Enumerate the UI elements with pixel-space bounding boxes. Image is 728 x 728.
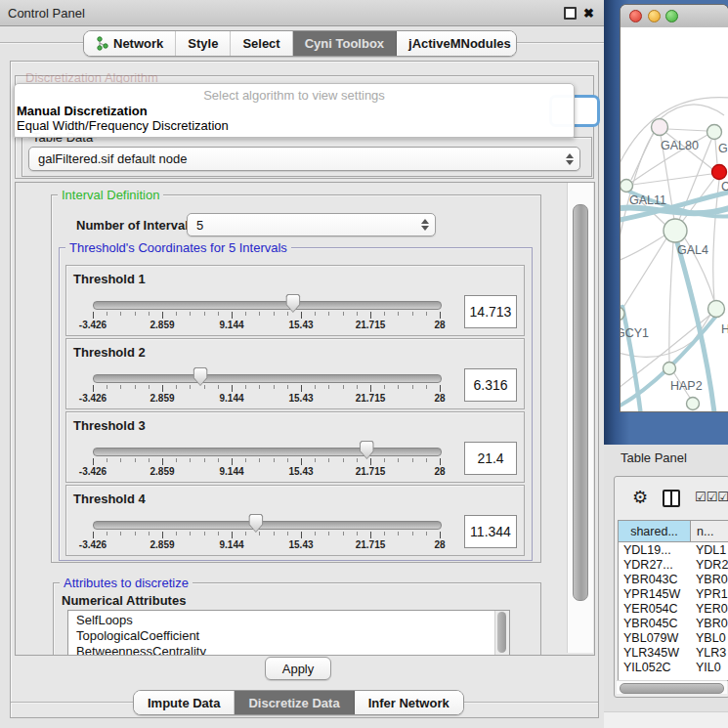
network-edge[interactable] [622, 238, 666, 309]
number-of-intervals-combobox[interactable]: 5 [187, 213, 436, 236]
network-edge[interactable] [667, 129, 707, 131]
list-item[interactable]: BetweennessCentrality [68, 644, 494, 656]
control-panel-window: Control Panel ✖ Network Style Select Cyn… [0, 0, 604, 728]
threshold-1-slider[interactable]: -3.4262.8599.14415.4321.71528 [93, 266, 440, 335]
threshold-2-panel: Threshold 2 -3.4262.8599.14415.4321.7152… [65, 338, 525, 409]
network-edge[interactable] [621, 236, 664, 262]
threshold-4-panel: Threshold 4 -3.4262.8599.14415.4321.7152… [65, 485, 525, 556]
gear-icon[interactable]: ⚙ [632, 487, 648, 507]
tab-style[interactable]: Style [176, 31, 231, 56]
network-window-titlebar[interactable] [621, 5, 728, 28]
thresholds-coordinates-group: Threshold's Coordinates for 5 Intervals … [59, 247, 533, 561]
close-icon[interactable]: ✖ [583, 8, 594, 19]
control-panel-titlebar: Control Panel ✖ [0, 0, 604, 26]
slider-thumb[interactable] [285, 294, 300, 313]
table-row[interactable]: YBL079WYBL0 [619, 631, 728, 646]
tab-network-label: Network [113, 36, 163, 51]
table-horizontal-scrollbar[interactable] [617, 680, 727, 694]
threshold-1-value-field[interactable]: 14.713 [464, 295, 517, 328]
threshold-3-slider[interactable]: -3.4262.8599.14415.4321.71528 [93, 412, 440, 482]
float-window-icon[interactable] [564, 7, 577, 20]
network-node[interactable] [652, 119, 668, 136]
network-edge[interactable] [660, 105, 724, 119]
threshold-4-value-field[interactable]: 11.344 [464, 515, 517, 548]
table-header-row: shared... n... [619, 521, 728, 542]
network-node[interactable] [664, 363, 676, 375]
table-row[interactable]: YDR27...YDR2 [619, 557, 728, 572]
list-item[interactable]: SelfLoops [68, 613, 494, 628]
network-canvas[interactable]: GAL80GCGAL11GAL4GCY1HHAP2 [621, 27, 728, 411]
number-of-intervals-value: 5 [196, 218, 203, 233]
list-scrollbar[interactable] [494, 611, 509, 656]
list-item[interactable]: TopologicalCoefficient [68, 628, 494, 644]
minimize-traffic-light-icon[interactable] [648, 10, 661, 22]
group-title-interval-definition: Interval Definition [58, 188, 163, 202]
slider-thumb[interactable] [248, 514, 263, 533]
slider-tick-labels: -3.4262.8599.14415.4321.71528 [93, 393, 440, 405]
tab-network[interactable]: Network [84, 31, 176, 56]
column-header-name[interactable]: n... [691, 521, 728, 542]
table-row[interactable]: YLR345WYLR3 [619, 646, 728, 661]
tab-jactivemnodules-label: jActiveMNodules [408, 36, 511, 51]
scrollbar-thumb[interactable] [620, 683, 724, 694]
network-node[interactable] [621, 180, 633, 193]
threshold-4-slider[interactable]: -3.4262.8599.14415.4321.71528 [93, 486, 440, 555]
number-of-intervals-label: Number of Intervals [76, 218, 195, 233]
column-header-shared[interactable]: shared... [619, 521, 691, 542]
table-row[interactable]: YBR045CYBR0 [619, 616, 728, 630]
table-row[interactable]: YDL19...YDL1 [619, 542, 728, 557]
threshold-2-slider[interactable]: -3.4262.8599.14415.4321.71528 [93, 339, 440, 408]
node-label: HAP2 [670, 379, 703, 393]
network-canvas-svg: GAL80GCGAL11GAL4GCY1HHAP2 [621, 27, 728, 411]
slider-thumb[interactable] [193, 367, 208, 386]
tab-impute-data[interactable]: Impute Data [134, 691, 235, 714]
numerical-attributes-list[interactable]: SelfLoopsTopologicalCoefficientBetweenne… [67, 610, 510, 656]
network-edge[interactable] [715, 140, 717, 164]
tab-jactivemnodules[interactable]: jActiveMNodules [397, 31, 517, 56]
checkbox-icons[interactable]: ☑☑☑ [695, 490, 728, 504]
network-node[interactable] [687, 398, 700, 410]
node-label: H [721, 322, 728, 336]
slider-track[interactable] [93, 521, 442, 530]
slider-ticks [93, 385, 440, 393]
slider-track[interactable] [93, 448, 442, 456]
settings-scrollpane: Interval Definition Number of Intervals … [15, 182, 595, 656]
tab-impute-data-label: Impute Data [148, 696, 220, 710]
network-tab-icon [96, 36, 108, 51]
algorithm-dropdown-popup: Select algorithm to view settings Manual… [14, 83, 575, 138]
node-table-body: YDL19...YDL1YDR27...YDR2YBR043CYBR0YPR14… [619, 542, 728, 680]
interval-definition-group: Interval Definition Number of Intervals … [51, 194, 541, 563]
dropdown-option-equal-width[interactable]: Equal Width/Frequency Discretization [17, 118, 229, 133]
close-traffic-light-icon[interactable] [629, 10, 642, 22]
tab-cyni-toolbox[interactable]: Cyni Toolbox [293, 31, 397, 56]
table-row[interactable]: YBR043CYBR0 [619, 572, 728, 586]
slider-thumb[interactable] [360, 441, 374, 459]
network-node[interactable] [712, 165, 727, 180]
vertical-scrollbar[interactable] [567, 183, 593, 653]
tab-select[interactable]: Select [231, 31, 292, 56]
group-title-attributes: Attributes to discretize [60, 576, 193, 590]
node-label: GAL11 [629, 193, 666, 207]
table-data-combobox[interactable]: galFiltered.sif default node [28, 147, 580, 171]
tab-discretize-data[interactable]: Discretize Data [235, 691, 354, 714]
tab-infer-network[interactable]: Infer Network [355, 691, 463, 714]
threshold-3-value-field[interactable]: 21.4 [464, 442, 517, 475]
split-columns-icon[interactable] [663, 490, 680, 507]
slider-track[interactable] [93, 374, 442, 383]
table-row[interactable]: YER054CYER0 [619, 601, 728, 616]
network-edge[interactable] [632, 174, 711, 185]
scrollbar-thumb[interactable] [573, 204, 588, 601]
table-row[interactable]: YIL052CYIL0 [619, 661, 728, 675]
network-edge[interactable] [669, 242, 673, 363]
table-row[interactable]: YPR145WYPR1 [619, 586, 728, 601]
apply-button[interactable]: Apply [265, 657, 331, 680]
network-node[interactable] [707, 125, 722, 140]
zoom-traffic-light-icon[interactable] [665, 10, 678, 22]
table-data-value: galFiltered.sif default node [38, 151, 187, 166]
network-node[interactable] [708, 301, 725, 318]
threshold-2-value-field[interactable]: 6.316 [464, 368, 517, 402]
scrollbar-thumb[interactable] [497, 612, 506, 653]
dropdown-option-manual-discretization[interactable]: Manual Discretization [17, 104, 148, 118]
network-node[interactable] [664, 219, 687, 242]
slider-track[interactable] [93, 301, 442, 310]
